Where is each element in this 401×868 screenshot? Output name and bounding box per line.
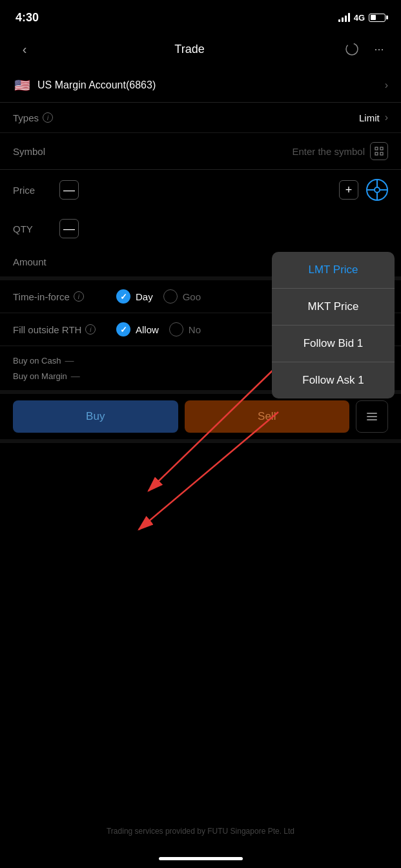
rth-allow-label: Allow — [136, 324, 159, 335]
tif-options: Day Goo — [116, 289, 201, 304]
symbol-row[interactable]: Symbol Enter the symbol — [0, 133, 401, 169]
order-list-button[interactable] — [356, 400, 388, 433]
price-decrement-button[interactable]: — — [59, 180, 79, 200]
header-actions: ··· — [343, 40, 388, 58]
tif-info-icon[interactable]: i — [74, 291, 84, 302]
tif-day-option[interactable]: Day — [116, 289, 153, 304]
types-label: Types i — [13, 112, 53, 123]
battery-icon — [369, 14, 386, 22]
more-button[interactable]: ··· — [370, 40, 388, 58]
tif-goo-radio[interactable] — [163, 289, 178, 304]
buy-on-margin-value: — — [71, 371, 80, 381]
price-row: Price — + — [0, 170, 401, 210]
account-row[interactable]: 🇺🇸 US Margin Account(6863) › — [0, 68, 401, 103]
buy-on-margin: Buy on Margin — — [13, 371, 80, 381]
rth-no-radio[interactable] — [169, 322, 183, 336]
tif-day-radio[interactable] — [116, 289, 130, 304]
flag-icon: 🇺🇸 — [13, 76, 31, 94]
footer-text: Trading services provided by FUTU Singap… — [0, 827, 401, 836]
rth-info-icon[interactable]: i — [85, 324, 96, 335]
rth-options: Allow No — [116, 322, 201, 336]
svg-rect-4 — [380, 152, 383, 155]
svg-rect-2 — [380, 147, 383, 150]
back-button[interactable]: ‹ — [13, 37, 36, 61]
price-label: Price — [13, 185, 52, 196]
price-increment-button[interactable]: + — [339, 180, 358, 200]
signal-bars-icon — [338, 13, 350, 22]
tif-goo-label: Goo — [183, 291, 201, 302]
tif-goo-option[interactable]: Goo — [163, 289, 201, 304]
symbol-value: Enter the symbol — [292, 142, 388, 160]
dropdown-item-lmt-price[interactable]: LMT Price — [272, 252, 395, 289]
qty-row: QTY — — [0, 210, 401, 247]
account-name: US Margin Account(6863) — [37, 79, 156, 91]
types-row[interactable]: Types i Limit › — [0, 103, 401, 133]
symbol-placeholder: Enter the symbol — [292, 146, 365, 157]
buy-button[interactable]: Buy — [13, 400, 178, 433]
account-info: 🇺🇸 US Margin Account(6863) — [13, 76, 156, 94]
sell-button[interactable]: Sell — [185, 400, 350, 433]
rth-allow-radio[interactable] — [116, 322, 130, 336]
qty-decrement-button[interactable]: — — [59, 219, 79, 238]
refresh-icon[interactable] — [343, 40, 361, 58]
rth-allow-option[interactable]: Allow — [116, 322, 159, 336]
symbol-label: Symbol — [13, 146, 45, 157]
status-time: 4:30 — [15, 11, 39, 25]
buy-on-margin-label: Buy on Margin — [13, 371, 67, 381]
amount-label: Amount — [13, 256, 46, 267]
chevron-right-icon: › — [385, 79, 388, 91]
fill-outside-rth-label: Fill outside RTH i — [13, 324, 116, 335]
types-chevron-icon: › — [385, 112, 388, 123]
header: ‹ Trade ··· — [0, 32, 401, 68]
buy-on-cash-label: Buy on Cash — [13, 356, 61, 366]
svg-rect-6 — [367, 416, 377, 417]
svg-rect-1 — [375, 147, 378, 150]
types-info-icon[interactable]: i — [43, 112, 53, 123]
form-section: Types i Limit › Symbol Enter the symbol — [0, 103, 401, 170]
status-icons: 4G — [338, 13, 386, 23]
svg-rect-7 — [367, 419, 377, 420]
types-value: Limit › — [359, 112, 388, 123]
buy-on-cash: Buy on Cash — — [13, 355, 74, 366]
svg-point-0 — [346, 43, 358, 55]
dropdown-menu: LMT Price MKT Price Follow Bid 1 Follow … — [272, 252, 395, 398]
status-bar: 4:30 4G — [0, 0, 401, 32]
svg-rect-3 — [375, 152, 378, 155]
rth-no-option[interactable]: No — [169, 322, 201, 336]
dropdown-item-follow-ask[interactable]: Follow Ask 1 — [272, 362, 395, 398]
target-price-icon[interactable] — [366, 179, 388, 201]
tif-day-label: Day — [136, 291, 153, 302]
dropdown-item-follow-bid[interactable]: Follow Bid 1 — [272, 326, 395, 362]
svg-rect-5 — [367, 413, 377, 414]
time-in-force-label: Time-in-force i — [13, 291, 116, 302]
home-indicator — [159, 857, 243, 860]
scan-icon[interactable] — [370, 142, 388, 160]
qty-label: QTY — [13, 223, 52, 234]
page-title: Trade — [174, 43, 204, 56]
network-label: 4G — [354, 13, 365, 23]
rth-no-label: No — [189, 324, 201, 335]
dropdown-item-mkt-price[interactable]: MKT Price — [272, 289, 395, 326]
action-buttons: Buy Sell — [0, 394, 401, 443]
buy-on-cash-value: — — [65, 355, 74, 366]
